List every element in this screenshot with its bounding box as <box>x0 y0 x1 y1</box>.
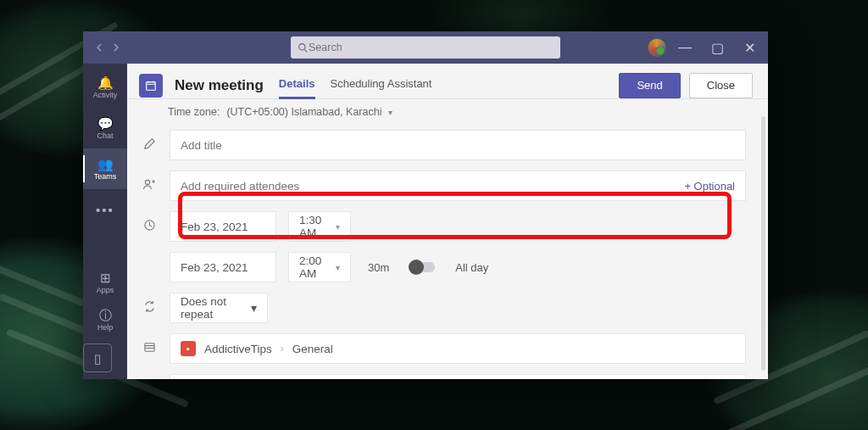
rail-item-device[interactable]: ▯ <box>83 343 112 372</box>
device-icon: ▯ <box>94 352 101 365</box>
rail-item-more[interactable]: ••• <box>83 189 127 230</box>
rail-label: Chat <box>97 131 113 140</box>
nav-forward-button[interactable] <box>108 40 124 55</box>
rail-label: Help <box>97 323 114 332</box>
svg-point-0 <box>299 43 305 49</box>
chevron-right-icon: › <box>281 343 284 355</box>
rail-item-apps[interactable]: ⊞ Apps <box>83 264 127 301</box>
app-rail: 🔔 Activity 💬 Chat 👥 Teams ••• ⊞ Apps <box>83 64 127 379</box>
location-field[interactable] <box>170 374 746 379</box>
channel-icon <box>141 341 158 356</box>
nav-back-button[interactable] <box>92 40 107 55</box>
timezone-value: (UTC+05:00) Islamabad, Karachi <box>226 106 381 118</box>
title-field[interactable] <box>170 130 746 160</box>
rail-item-chat[interactable]: 💬 Chat <box>83 108 127 148</box>
rail-label: Activity <box>93 91 118 99</box>
page-title: New meeting <box>175 77 264 94</box>
attendees-field[interactable]: + Optional <box>170 170 746 201</box>
allday-toggle[interactable] <box>409 262 435 272</box>
tab-scheduling-assistant[interactable]: Scheduling Assistant <box>331 72 432 98</box>
svg-rect-1 <box>147 81 156 90</box>
window-maximize-button[interactable]: ▢ <box>704 36 731 59</box>
scrollbar[interactable] <box>761 116 765 371</box>
help-icon: ⓘ <box>99 309 112 321</box>
repeat-field[interactable]: Does not repeat▾ <box>170 293 268 323</box>
chevron-down-icon: ▾ <box>251 301 257 315</box>
search-box[interactable] <box>291 36 560 59</box>
bell-icon: 🔔 <box>97 76 114 89</box>
teams-window: — ▢ ✕ 🔔 Activity 💬 Chat 👥 Teams ••• <box>83 31 768 379</box>
repeat-icon <box>141 300 158 316</box>
timezone-prefix: Time zone: <box>168 106 220 118</box>
channel-field[interactable]: ▪ AddictiveTips › General <box>170 333 746 364</box>
svg-rect-4 <box>144 343 153 351</box>
apps-icon: ⊞ <box>100 271 111 284</box>
channel-team: AddictiveTips <box>204 343 272 355</box>
page-header: New meeting Details Scheduling Assistant… <box>127 64 768 98</box>
attendees-input[interactable] <box>181 180 684 193</box>
team-badge: ▪ <box>181 341 196 356</box>
rail-label: Apps <box>97 286 114 294</box>
chevron-down-icon: ▾ <box>336 222 340 232</box>
calendar-icon <box>139 74 163 98</box>
search-icon <box>298 42 309 53</box>
end-date-field[interactable]: Feb 23, 2021 <box>170 252 276 282</box>
content-area: New meeting Details Scheduling Assistant… <box>127 64 768 379</box>
tab-details[interactable]: Details <box>279 72 315 98</box>
search-input[interactable] <box>309 42 554 53</box>
title-input[interactable] <box>181 139 735 152</box>
clock-icon <box>141 219 158 234</box>
rail-item-teams[interactable]: 👥 Teams <box>83 148 127 189</box>
rail-label: Teams <box>94 172 117 181</box>
optional-attendees-button[interactable]: + Optional <box>684 180 735 193</box>
svg-point-2 <box>145 180 149 184</box>
end-time-field[interactable]: 2:00 AM▾ <box>288 252 351 282</box>
rail-item-activity[interactable]: 🔔 Activity <box>83 67 127 108</box>
window-close-button[interactable]: ✕ <box>736 36 763 59</box>
duration-label: 30m <box>368 261 389 274</box>
more-icon: ••• <box>96 204 114 216</box>
teams-icon: 👥 <box>97 158 114 170</box>
edit-icon <box>141 137 158 153</box>
chevron-down-icon: ▾ <box>336 263 340 272</box>
send-button[interactable]: Send <box>619 73 680 98</box>
channel-name: General <box>292 343 333 355</box>
chevron-down-icon: ▾ <box>388 108 392 117</box>
titlebar: — ▢ ✕ <box>83 31 768 64</box>
start-time-field[interactable]: 1:30 AM▾ <box>288 211 351 242</box>
start-date-field[interactable]: Feb 23, 2021 <box>170 211 276 242</box>
chat-icon: 💬 <box>97 117 114 130</box>
timezone-selector[interactable]: Time zone: (UTC+05:00) Islamabad, Karach… <box>127 99 768 125</box>
rail-item-help[interactable]: ⓘ Help <box>83 301 127 338</box>
window-minimize-button[interactable]: — <box>671 36 698 59</box>
close-button[interactable]: Close <box>689 73 753 98</box>
allday-label: All day <box>455 261 488 274</box>
avatar[interactable] <box>648 38 666 57</box>
people-icon <box>141 178 158 194</box>
